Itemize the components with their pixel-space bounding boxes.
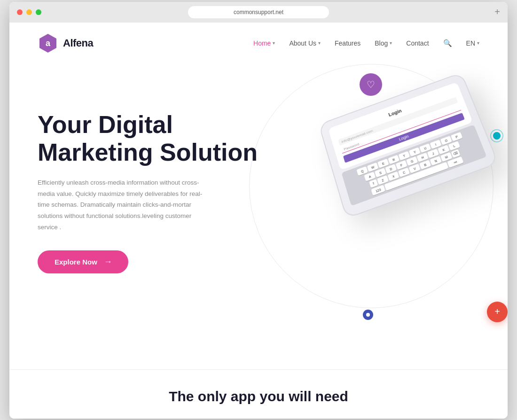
hero-description: Efficiently unleash cross-media informat…	[38, 177, 207, 233]
maximize-dot[interactable]	[36, 9, 41, 15]
nav-contact[interactable]: Contact	[406, 39, 429, 47]
nav-features[interactable]: Features	[335, 39, 360, 47]
search-icon[interactable]: 🔍	[443, 39, 452, 47]
float-blue-inner	[366, 313, 370, 317]
plus-icon: +	[494, 306, 500, 317]
about-arrow: ▾	[318, 40, 321, 46]
explore-btn-label: Explore Now	[55, 258, 97, 266]
browser-window: commonsupport.net + a Alfena Home ▾	[9, 2, 508, 419]
explore-now-button[interactable]: Explore Now →	[38, 250, 128, 273]
key-delete: ⌫	[451, 149, 461, 157]
float-red-button[interactable]: +	[487, 302, 508, 322]
float-blue-dot	[363, 310, 373, 320]
svg-text:a: a	[46, 39, 51, 48]
explore-btn-arrow: →	[104, 257, 111, 267]
navbar: a Alfena Home ▾ About Us ▾	[9, 23, 508, 64]
logo-text: Alfena	[63, 37, 93, 49]
minimize-dot[interactable]	[26, 9, 32, 15]
hero-visual: ♡ +	[221, 45, 508, 374]
logo[interactable]: a Alfena	[38, 33, 93, 54]
key-shift: ⇧	[369, 179, 378, 188]
float-purple-circle: ♡	[360, 73, 382, 96]
address-bar[interactable]: commonsupport.net	[188, 6, 329, 18]
section-title: The only app you will need	[38, 389, 479, 404]
home-arrow: ▾	[273, 40, 275, 46]
nav-about[interactable]: About Us ▾	[289, 39, 321, 47]
section-below: The only app you will need	[9, 369, 508, 419]
nav-menu: Home ▾ About Us ▾ Features	[253, 39, 479, 47]
logo-icon: a	[38, 33, 58, 54]
page-content: a Alfena Home ▾ About Us ▾	[9, 23, 508, 419]
nav-lang[interactable]: EN ▾	[466, 39, 479, 47]
nav-home[interactable]: Home ▾	[253, 39, 275, 47]
hero-text-block: Your Digital Marketing Solution Efficien…	[38, 111, 263, 274]
lang-arrow: ▾	[477, 40, 479, 46]
blog-arrow: ▾	[390, 40, 392, 46]
browser-chrome: commonsupport.net +	[9, 2, 508, 23]
heart-icon: ♡	[367, 79, 375, 90]
new-tab-button[interactable]: +	[494, 7, 500, 17]
close-dot[interactable]	[17, 9, 23, 15]
url-text: commonsupport.net	[234, 9, 283, 16]
hero-section: Your Digital Marketing Solution Efficien…	[9, 64, 508, 369]
nav-blog[interactable]: Blog ▾	[375, 39, 392, 47]
hero-title: Your Digital Marketing Solution	[38, 111, 263, 167]
